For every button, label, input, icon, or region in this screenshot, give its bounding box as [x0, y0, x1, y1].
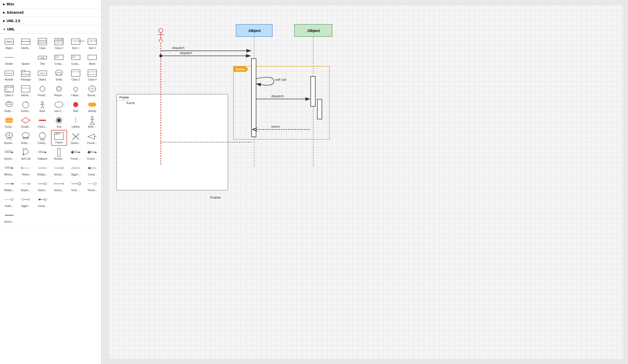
shape-actor[interactable]: Actor — [34, 98, 51, 114]
spacer-icon — [21, 53, 31, 62]
shape-activat-label: Activat... — [54, 157, 64, 160]
shape-module[interactable]: Module Module — [1, 67, 17, 82]
shape-interface[interactable]: Interfa... — [18, 36, 34, 51]
lifeline-icon — [71, 116, 81, 125]
shape-requir[interactable]: Requir... — [51, 83, 67, 98]
shape-comp2[interactable]: Comp... — [68, 51, 84, 67]
svg-marker-109 — [78, 151, 81, 153]
shape-spacer[interactable]: Spacer — [18, 51, 34, 67]
object-icon: Object — [4, 37, 14, 46]
shape-object2[interactable]: Object Object — [34, 67, 51, 82]
shape-synchr[interactable]: dispatch Synchr... — [1, 146, 17, 161]
shape-found2[interactable]: dispatch Found ... — [68, 146, 84, 161]
shape-comp3[interactable]: CompositeState Comp... — [1, 114, 17, 129]
shape-relatio2[interactable]: Relatio... — [1, 178, 17, 193]
shape-interfa2[interactable]: Interfa... — [18, 83, 34, 98]
shape-activat[interactable]: Activat... — [51, 146, 67, 161]
shape-comp5[interactable]: Comp... — [34, 193, 51, 209]
activation3 — [317, 99, 322, 119]
aggre1-icon — [71, 163, 81, 173]
shape-found[interactable]: Found ... — [84, 130, 101, 146]
shape-frame[interactable]: frame Frame — [51, 130, 67, 146]
shape-contro[interactable]: Contro... — [18, 98, 34, 114]
section-uml[interactable]: ▼ UML — [0, 25, 101, 34]
shape-relatio1[interactable]: Relatio... — [34, 162, 51, 177]
shape-termin[interactable]: Termin... — [84, 178, 101, 193]
shape-aggre2[interactable]: Aggre... — [18, 193, 34, 209]
canvas-content: Frame frame :Object — [109, 5, 623, 359]
shape-class3[interactable]: Class 3 — [68, 67, 84, 82]
shape-gener[interactable]: Gener... — [34, 178, 51, 193]
frame-label-text: frame — [236, 67, 245, 71]
shape-lifeline[interactable]: Lifeline — [68, 114, 84, 129]
divider-icon — [4, 53, 14, 62]
shape-bound2[interactable]: Bound... — [1, 130, 17, 146]
synchr-icon: dispatch — [4, 148, 14, 157]
shape-comp1[interactable]: Comp... — [51, 51, 67, 67]
sidebar-divider[interactable] — [102, 0, 104, 364]
shape-frame-label: Frame — [55, 141, 63, 144]
shape-entity2[interactable]: EntityObject Entity ... — [1, 98, 17, 114]
associ3-icon — [4, 211, 14, 220]
shape-return-label: Return — [22, 173, 29, 176]
shape-condit[interactable]: Condit... — [18, 114, 34, 129]
shape-class5[interactable]: class nameattrmethod Class 5 — [1, 83, 17, 98]
object2-box[interactable]: :Object — [294, 24, 332, 37]
shape-title[interactable]: Title Title — [34, 51, 51, 67]
gener-icon — [37, 179, 48, 188]
contro2-icon — [37, 132, 48, 141]
shape-block[interactable]: Block — [84, 51, 101, 67]
shape-contro2-label: Contro... — [38, 142, 47, 145]
shape-activity[interactable]: Activity — [84, 98, 101, 114]
section-misc[interactable]: ▶ Misc — [0, 0, 101, 8]
shape-class2-label: Class 2 — [55, 47, 63, 50]
shape-package[interactable]: «package» Package — [18, 67, 34, 82]
svg-point-72 — [57, 119, 61, 122]
shape-destru[interactable]: Destru... — [68, 130, 84, 146]
shape-forkj[interactable]: Fork/J... — [34, 114, 51, 129]
svg-text:frame: frame — [56, 133, 61, 135]
sequence-frame-label: frame — [234, 67, 248, 72]
shape-associ2[interactable]: Associ... — [51, 178, 67, 193]
shape-end[interactable]: End — [51, 114, 67, 129]
shape-class[interactable]: Class — [34, 36, 51, 51]
shape-inner[interactable]: Inner ... — [68, 178, 84, 193]
shape-aggre1[interactable]: Aggre... — [68, 162, 84, 177]
shape-start[interactable]: Start — [68, 98, 84, 114]
shape-item1[interactable]: • item attribute Item 1 — [68, 36, 84, 51]
relatio2-icon — [4, 179, 14, 188]
shape-divider[interactable]: Divider — [1, 51, 17, 67]
shape-associ3[interactable]: Associ... — [1, 209, 17, 224]
shape-selfcall[interactable]: self call Self Call — [18, 146, 34, 161]
shape-item2[interactable]: • Item attr Item 2 — [84, 36, 101, 51]
shape-associ1[interactable]: Associ... — [51, 162, 67, 177]
shape-object[interactable]: Object Object — [1, 36, 17, 51]
shape-provid[interactable]: Provid... — [34, 83, 51, 98]
section-uml25[interactable]: ▶ UML 2.5 — [0, 17, 101, 25]
shape-entity[interactable]: Entity Entity — [51, 67, 67, 82]
shape-usec[interactable]: Use C... — [51, 98, 67, 114]
shape-found3[interactable]: dispatch Found ... — [84, 146, 101, 161]
shape-comp4[interactable]: Comp... — [84, 162, 101, 177]
big-frame[interactable]: Frame — [116, 94, 228, 190]
shape-entity3[interactable]: Entity ... — [18, 130, 34, 146]
shape-class4[interactable]: Class 4 — [84, 67, 101, 82]
shape-depen[interactable]: Depen... — [18, 178, 34, 193]
shape-actor2[interactable]: Actor ... — [84, 114, 101, 129]
shape-lollipo[interactable]: Lollipo... — [68, 83, 84, 98]
shape-bound[interactable]: Bound... — [84, 83, 101, 98]
shape-imple[interactable]: Imple... — [1, 193, 17, 209]
shape-class2[interactable]: • item attr• item attr Class 2 — [51, 36, 67, 51]
shape-contro2[interactable]: Contro... — [34, 130, 51, 146]
aggre2-icon — [21, 195, 31, 204]
block-icon — [87, 53, 97, 62]
shape-return[interactable]: Return — [18, 162, 34, 177]
shape-messa-label: Messa... — [4, 173, 14, 176]
usec-icon — [54, 100, 64, 109]
section-advanced[interactable]: ▶ Advanced — [0, 8, 101, 17]
object1-box[interactable]: :Object — [236, 24, 273, 37]
shape-messa[interactable]: dispatch Messa... — [1, 162, 17, 177]
shape-callback[interactable]: callback Callback — [34, 146, 51, 161]
canvas[interactable]: Frame frame :Object — [109, 5, 623, 359]
entity3-icon — [21, 132, 31, 141]
